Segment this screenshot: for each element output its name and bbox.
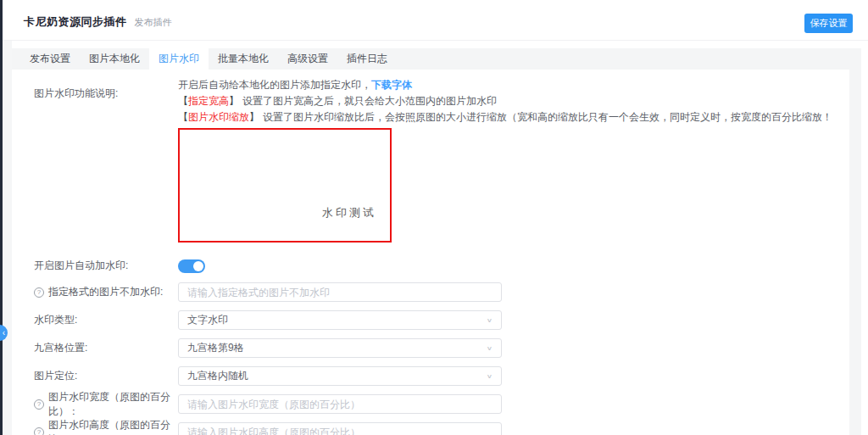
- watermark-height-input[interactable]: [178, 422, 502, 435]
- help-icon: ?: [34, 399, 44, 410]
- chevron-down-icon: ∨: [487, 317, 492, 323]
- watermark-preview: 水印测试: [178, 128, 392, 243]
- save-settings-button[interactable]: 保存设置: [804, 14, 853, 33]
- notes-label: 图片水印功能说明:: [34, 86, 118, 101]
- field-label: 指定格式的图片不加水印:: [48, 285, 163, 299]
- watermark-settings-panel: 图片水印功能说明: 开启后自动给本地化的图片添加指定水印，下载字体 【指定宽高】…: [12, 70, 849, 435]
- header-title-group: 卡尼奶资源同步插件 发布插件: [24, 14, 172, 30]
- form-row-image-position: 图片定位: 九宫格内随机 ∨: [34, 366, 502, 386]
- watermark-type-select[interactable]: 文字水印 ∨: [178, 310, 502, 330]
- tab-advanced-settings[interactable]: 高级设置: [278, 48, 337, 70]
- page-subtitle: 发布插件: [135, 16, 172, 29]
- page-title: 卡尼奶资源同步插件: [24, 14, 127, 30]
- tab-plugin-log[interactable]: 插件日志: [337, 48, 397, 70]
- notes-line-2: 【指定宽高】设置了图片宽高之后，就只会给大小范围内的图片加水印: [178, 93, 832, 109]
- select-value: 文字水印: [187, 313, 228, 327]
- field-label: 水印类型:: [34, 313, 178, 327]
- grid-position-select[interactable]: 九宫格第9格 ∨: [178, 338, 502, 358]
- chevron-down-icon: ∨: [487, 345, 492, 351]
- select-value: 九宫格第9格: [187, 341, 244, 355]
- form-row-auto-watermark: 开启图片自动加水印:: [34, 256, 205, 276]
- tab-image-localization[interactable]: 图片本地化: [80, 48, 149, 70]
- scrollbar-gutter[interactable]: [849, 70, 861, 435]
- note-tag-scale: 图片水印缩放: [188, 111, 249, 123]
- tab-publish-settings[interactable]: 发布设置: [20, 48, 80, 70]
- form-row-exclude-format: ? 指定格式的图片不加水印:: [34, 282, 502, 302]
- watermark-preview-text: 水印测试: [322, 205, 376, 220]
- auto-watermark-toggle[interactable]: [178, 259, 205, 273]
- field-label: 九宫格位置:: [34, 341, 178, 355]
- page-header: 卡尼奶资源同步插件 发布插件 保存设置: [3, 0, 868, 41]
- tab-batch-localization[interactable]: 批量本地化: [209, 48, 278, 70]
- exclude-format-input[interactable]: [178, 282, 502, 302]
- form-row-watermark-type: 水印类型: 文字水印 ∨: [34, 310, 502, 330]
- settings-tabbar: 发布设置 图片本地化 图片水印 批量本地化 高级设置 插件日志: [12, 48, 861, 70]
- form-row-watermark-height: ? 图片水印高度（原图的百分比）：: [34, 422, 502, 435]
- form-row-grid-position: 九宫格位置: 九宫格第9格 ∨: [34, 338, 502, 358]
- watermark-notes: 开启后自动给本地化的图片添加指定水印，下载字体 【指定宽高】设置了图片宽高之后，…: [178, 77, 832, 125]
- notes-line-3: 【图片水印缩放】设置了图片水印缩放比后，会按照原图的大小进行缩放（宽和高的缩放比…: [178, 109, 832, 125]
- form-row-watermark-width: ? 图片水印宽度（原图的百分比）：: [34, 394, 502, 414]
- image-position-select[interactable]: 九宫格内随机 ∨: [178, 366, 502, 386]
- field-label: 图片定位:: [34, 369, 178, 383]
- left-gutter: [3, 40, 12, 435]
- field-label: 图片水印宽度（原图的百分比）：: [48, 390, 178, 419]
- chevron-down-icon: ∨: [487, 373, 492, 379]
- note-tag-size: 指定宽高: [188, 95, 229, 107]
- help-icon: ?: [34, 427, 44, 435]
- left-rail: [0, 0, 3, 435]
- help-icon: ?: [34, 287, 44, 298]
- toggle-knob: [193, 261, 203, 271]
- download-font-link[interactable]: 下载字体: [371, 79, 412, 91]
- select-value: 九宫格内随机: [187, 369, 248, 383]
- watermark-width-input[interactable]: [178, 394, 502, 414]
- tab-image-watermark[interactable]: 图片水印: [149, 48, 209, 70]
- notes-line-1: 开启后自动给本地化的图片添加指定水印，下载字体: [178, 77, 832, 93]
- sidebar-handle-icon: ‹: [3, 329, 5, 337]
- field-label: 开启图片自动加水印:: [34, 259, 178, 273]
- field-label: 图片水印高度（原图的百分比）：: [48, 418, 178, 435]
